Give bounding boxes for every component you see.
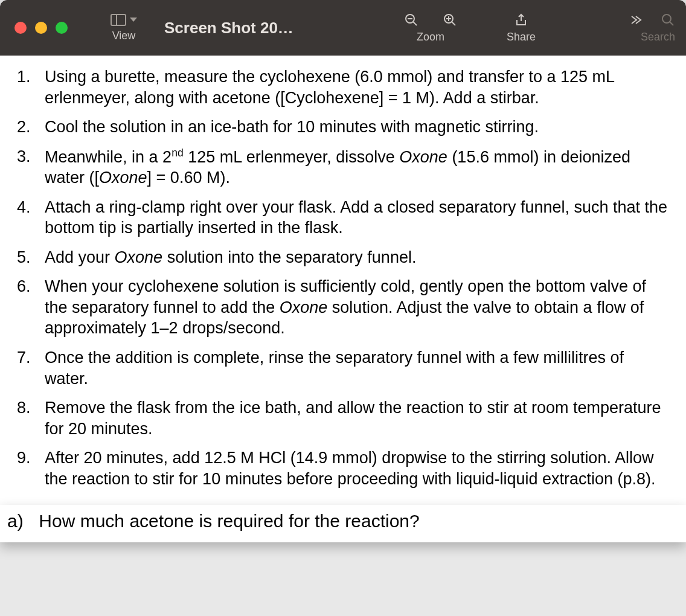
- step-text: Once the addition is complete, rinse the…: [45, 348, 624, 388]
- list-item: Add your Oxone solution into the separat…: [17, 247, 669, 268]
- share-label: Share: [507, 31, 536, 43]
- chevron-down-icon: [130, 18, 137, 22]
- overflow-icon[interactable]: [628, 13, 643, 27]
- zoom-out-icon[interactable]: [404, 13, 418, 27]
- minimize-button[interactable]: [35, 22, 47, 34]
- italic-text: Oxone: [280, 298, 328, 316]
- step-text: After 20 minutes, add 12.5 M HCl (14.9 m…: [45, 449, 656, 488]
- superscript: nd: [172, 147, 184, 159]
- search-section: Search: [560, 0, 675, 56]
- step-text: solution into the separatory funnel.: [162, 248, 416, 266]
- search-icon[interactable]: [661, 13, 675, 27]
- list-item: Using a burette, measure the cyclohexene…: [17, 66, 669, 108]
- view-label: View: [112, 30, 136, 42]
- share-icon[interactable]: [514, 13, 528, 27]
- list-item: When your cyclohexene solution is suffic…: [17, 276, 669, 339]
- list-item: Attach a ring-clamp right over your flas…: [17, 197, 669, 239]
- question-row: a) How much acetone is required for the …: [0, 505, 686, 542]
- list-item: Remove the flask from the ice bath, and …: [17, 397, 669, 439]
- sidebar-icon: [111, 14, 126, 26]
- view-section: View: [91, 0, 157, 56]
- zoom-label: Zoom: [417, 31, 444, 43]
- svg-line-8: [670, 22, 673, 25]
- view-button[interactable]: [111, 14, 137, 26]
- zoom-in-icon[interactable]: [443, 13, 457, 27]
- search-label: Search: [641, 31, 675, 43]
- list-item: Once the addition is complete, rinse the…: [17, 347, 669, 389]
- share-section: Share: [482, 0, 560, 56]
- svg-line-4: [452, 22, 455, 25]
- window-title: Screen Shot 20…: [164, 0, 293, 56]
- step-text: Meanwhile, in a 2: [45, 148, 172, 166]
- step-text: Cool the solution in an ice-bath for 10 …: [45, 118, 539, 136]
- list-item: Meanwhile, in a 2nd 125 mL erlenmeyer, d…: [17, 146, 669, 188]
- svg-line-1: [413, 22, 417, 25]
- italic-text: Oxone: [115, 248, 163, 266]
- svg-point-7: [662, 14, 671, 23]
- step-text: Add your: [45, 248, 115, 266]
- step-text: 125 mL erlenmeyer, dissolve: [184, 148, 400, 166]
- list-item: Cool the solution in an ice-bath for 10 …: [17, 117, 669, 138]
- question-text: How much acetone is required for the rea…: [39, 511, 419, 531]
- titlebar: View Screen Shot 20… Zoom: [0, 0, 686, 56]
- step-text: Attach a ring-clamp right over your flas…: [45, 198, 667, 237]
- close-button[interactable]: [14, 22, 27, 34]
- italic-text: Oxone: [99, 168, 147, 187]
- step-text: Using a burette, measure the cyclohexene…: [45, 68, 614, 107]
- traffic-lights: [14, 0, 68, 56]
- question-label: a): [7, 511, 34, 531]
- step-text: Remove the flask from the ice bath, and …: [45, 399, 661, 438]
- document-content: Using a burette, measure the cyclohexene…: [0, 56, 686, 505]
- maximize-button[interactable]: [56, 22, 68, 34]
- list-item: After 20 minutes, add 12.5 M HCl (14.9 m…: [17, 448, 669, 489]
- zoom-section: Zoom: [379, 0, 482, 56]
- procedure-list: Using a burette, measure the cyclohexene…: [17, 66, 669, 489]
- step-text: ] = 0.60 M).: [147, 168, 230, 187]
- italic-text: Oxone: [399, 148, 447, 166]
- preview-window: View Screen Shot 20… Zoom: [0, 0, 686, 505]
